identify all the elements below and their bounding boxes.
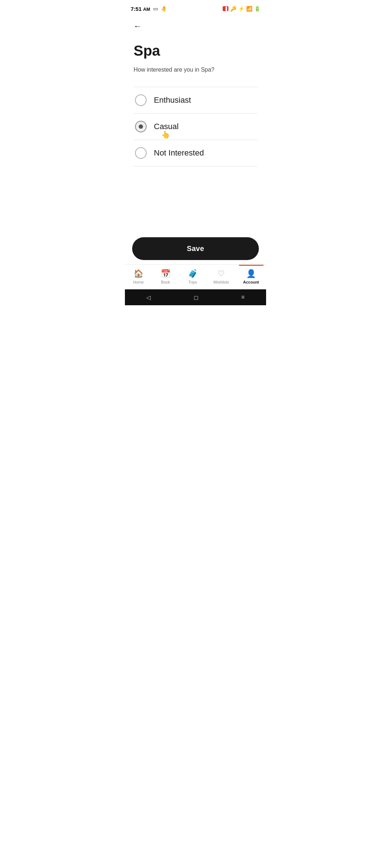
bottom-nav: 🏠 Home 📅 Book 🧳 Trips ♡ Wishlists 👤 Acco… (125, 264, 266, 289)
key-icon: 🔑 (230, 6, 236, 12)
android-menu-button[interactable]: ≡ (241, 294, 244, 301)
android-home-button[interactable]: ◻ (194, 294, 198, 301)
nav-item-home[interactable]: 🏠 Home (127, 268, 149, 286)
nav-item-trips[interactable]: 🧳 Trips (182, 268, 203, 286)
spacer (125, 199, 266, 231)
interest-options: Enthusiast Casual 👆 Not Interested (134, 87, 257, 166)
active-indicator (239, 265, 264, 266)
android-nav: ◁ ◻ ≡ (125, 289, 266, 305)
camera-icon: ▭ (153, 6, 158, 12)
wishlists-icon: ♡ (218, 269, 225, 278)
option-casual-label: Casual (154, 122, 178, 131)
radio-not-interested[interactable] (135, 147, 147, 159)
radio-casual-dot (139, 124, 143, 129)
nav-label-book: Book (161, 280, 170, 284)
option-enthusiast-label: Enthusiast (154, 95, 191, 105)
nav-label-home: Home (133, 280, 144, 284)
bluetooth-icon: ⚡ (238, 6, 244, 12)
radio-casual[interactable] (135, 121, 147, 132)
home-icon: 🏠 (134, 269, 143, 278)
battery-level-icon: 🔋 (254, 6, 260, 12)
option-enthusiast[interactable]: Enthusiast (134, 87, 257, 114)
hand-icon: 🤚 (161, 6, 167, 12)
page-title: Spa (134, 43, 257, 59)
nav-item-book[interactable]: 📅 Book (155, 268, 176, 286)
save-button[interactable]: Save (132, 237, 259, 260)
nav-item-account[interactable]: 👤 Account (239, 268, 264, 286)
option-not-interested[interactable]: Not Interested (134, 140, 257, 166)
battery-icon: ▐ (223, 6, 228, 11)
nav-label-wishlists: Wishlists (213, 280, 229, 284)
main-content: Spa How interested are you in Spa? Enthu… (125, 35, 266, 199)
option-not-interested-label: Not Interested (154, 148, 204, 158)
nav-item-wishlists[interactable]: ♡ Wishlists (209, 268, 233, 286)
page-subtitle: How interested are you in Spa? (134, 66, 257, 74)
save-section: Save (125, 231, 266, 264)
account-icon: 👤 (246, 269, 256, 278)
back-button[interactable]: ← (132, 20, 143, 33)
trips-icon: 🧳 (188, 269, 198, 278)
android-back-button[interactable]: ◁ (146, 294, 151, 301)
status-time: 7:51 AM (131, 6, 150, 12)
nav-label-trips: Trips (188, 280, 197, 284)
book-icon: 📅 (161, 269, 171, 278)
radio-enthusiast[interactable] (135, 94, 147, 106)
option-casual[interactable]: Casual 👆 (134, 114, 257, 140)
wifi-icon: 📶 (246, 6, 252, 12)
header: ← (125, 16, 266, 35)
cursor-pointer: 👆 (161, 130, 170, 139)
status-bar: 7:51 AM ▭ 🤚 ▐ 🔑 ⚡ 📶 🔋 (125, 0, 266, 16)
back-arrow-icon: ← (134, 22, 142, 31)
nav-label-account: Account (243, 280, 259, 284)
